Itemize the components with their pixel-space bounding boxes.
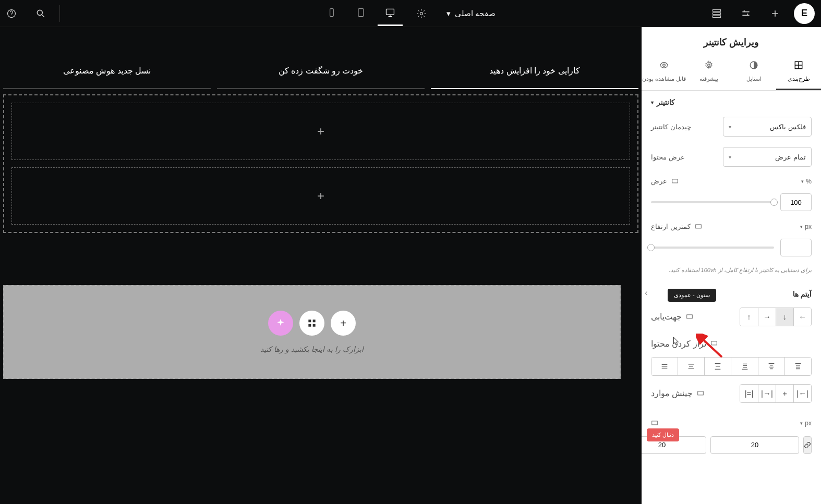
panel-collapse-button[interactable]: › bbox=[642, 282, 651, 303]
svg-point-4 bbox=[37, 10, 42, 15]
inner-container-1[interactable]: + bbox=[11, 103, 630, 160]
search-icon[interactable] bbox=[30, 3, 51, 24]
align-items-buttons: |←| + |→| |=| bbox=[740, 384, 812, 403]
tab-item-1[interactable]: کارایی خود را افزایش دهید bbox=[431, 53, 638, 89]
add-widget-icon[interactable]: + bbox=[317, 189, 324, 203]
direction-label: جهت‌یابی bbox=[651, 312, 693, 322]
container-layout-select[interactable]: فلکس باکس bbox=[723, 117, 812, 137]
tab-visibility-label: قابل مشاهده بودن bbox=[642, 76, 686, 82]
justify-center-button[interactable] bbox=[758, 358, 784, 375]
svg-point-8 bbox=[708, 64, 710, 67]
ai-button[interactable] bbox=[268, 311, 293, 336]
justify-start-button[interactable] bbox=[784, 358, 811, 375]
divider bbox=[59, 5, 60, 22]
align-end-button[interactable]: |→| bbox=[758, 385, 776, 402]
svg-rect-10 bbox=[672, 179, 678, 182]
width-label: عرض bbox=[651, 177, 679, 185]
svg-rect-1 bbox=[386, 9, 394, 15]
device-tablet-button[interactable] bbox=[348, 1, 373, 26]
svg-rect-3 bbox=[330, 9, 334, 17]
minheight-slider[interactable] bbox=[651, 247, 774, 249]
justify-around-button[interactable] bbox=[678, 358, 704, 375]
direction-column-reverse-button[interactable]: ↑ bbox=[740, 308, 758, 326]
device-mobile-button[interactable] bbox=[319, 1, 344, 26]
svg-line-16 bbox=[701, 338, 722, 357]
minheight-hint: برای دستیابی به کانتینر با ارتفاع کامل، … bbox=[642, 263, 821, 282]
justify-end-button[interactable] bbox=[731, 358, 757, 375]
minheight-unit-select[interactable]: px bbox=[800, 223, 812, 230]
svg-rect-12 bbox=[687, 315, 693, 318]
device-desktop-button[interactable] bbox=[378, 1, 403, 26]
editor-canvas: کارایی خود را افزایش دهید خودت رو شگفت ز… bbox=[0, 27, 642, 504]
section-container-toggle[interactable]: کانتینر bbox=[642, 91, 821, 112]
slider-thumb[interactable] bbox=[647, 244, 655, 251]
responsive-icon bbox=[697, 390, 704, 397]
add-widget-icon[interactable]: + bbox=[317, 124, 324, 139]
align-center-button[interactable]: + bbox=[776, 385, 793, 402]
inner-container-2[interactable]: + bbox=[11, 167, 630, 225]
svg-rect-15 bbox=[652, 421, 658, 425]
page-title: صفحه اصلی bbox=[455, 9, 496, 18]
minheight-input[interactable] bbox=[780, 239, 812, 256]
width-input[interactable] bbox=[780, 193, 812, 211]
responsive-icon bbox=[695, 223, 702, 230]
add-section-button[interactable]: + bbox=[331, 311, 356, 336]
tab-item-2[interactable]: خودت رو شگفت زده کن bbox=[217, 53, 425, 89]
tab-item-3[interactable]: نسل جدید هوش مصنوعی bbox=[3, 53, 211, 89]
svg-rect-11 bbox=[695, 224, 701, 228]
svg-rect-2 bbox=[358, 9, 364, 17]
container-layout-label: چیدمان کانتینر bbox=[651, 123, 691, 131]
content-width-select[interactable]: تمام عرض bbox=[723, 147, 812, 167]
direction-row-reverse-button[interactable]: → bbox=[758, 308, 776, 326]
structure-icon[interactable] bbox=[706, 3, 727, 24]
chevron-down-icon: ▾ bbox=[446, 9, 451, 18]
tab-layout[interactable]: طرح‌بندی bbox=[776, 55, 821, 90]
width-slider[interactable] bbox=[651, 201, 774, 203]
width-unit-select[interactable]: % bbox=[801, 178, 812, 185]
responsive-icon bbox=[651, 420, 658, 427]
layout-icon bbox=[794, 60, 803, 72]
tab-advanced[interactable]: پیشرفته bbox=[686, 55, 731, 90]
tab-advanced-label: پیشرفته bbox=[699, 76, 718, 82]
drop-zone[interactable]: + ابزارک را به اینجا بکشید و رها کنید bbox=[3, 285, 621, 379]
content-width-label: عرض محتوا bbox=[651, 153, 685, 161]
direction-row-button[interactable]: ← bbox=[793, 308, 811, 326]
svg-point-9 bbox=[663, 64, 666, 67]
tabs-widget: کارایی خود را افزایش دهید خودت رو شگفت ز… bbox=[0, 53, 642, 89]
tab-visibility[interactable]: قابل مشاهده بودن bbox=[642, 55, 686, 90]
page-settings-icon[interactable] bbox=[411, 3, 432, 24]
watermark-badge: دنبال کنید bbox=[647, 428, 679, 441]
align-start-button[interactable]: |←| bbox=[793, 385, 811, 402]
gap-label bbox=[651, 420, 658, 427]
tab-style[interactable]: استایل bbox=[731, 55, 776, 90]
tab-layout-label: طرح‌بندی bbox=[788, 76, 810, 82]
style-icon bbox=[749, 60, 758, 72]
help-icon[interactable] bbox=[1, 3, 22, 24]
direction-buttons: ← ↓ → ↑ bbox=[740, 308, 812, 326]
selected-container[interactable]: + + bbox=[3, 94, 638, 233]
align-items-label: چینش موارد bbox=[651, 388, 704, 398]
direction-tooltip: ستون - عمودی bbox=[668, 289, 716, 302]
gap-column-input[interactable] bbox=[710, 436, 799, 454]
add-widget-icon[interactable] bbox=[765, 3, 786, 24]
elementor-logo[interactable]: E bbox=[794, 3, 815, 24]
minheight-label: کمترین ارتفاع bbox=[651, 223, 702, 230]
direction-column-button[interactable]: ↓ bbox=[776, 308, 793, 326]
panel-title: ویرایش کانتینر bbox=[642, 27, 821, 55]
justify-between-button[interactable] bbox=[704, 358, 731, 375]
gear-icon bbox=[704, 60, 714, 72]
svg-point-0 bbox=[420, 12, 422, 15]
align-stretch-button[interactable]: |=| bbox=[740, 385, 758, 402]
page-selector[interactable]: صفحه اصلی ▾ bbox=[440, 9, 502, 18]
gap-link-button[interactable] bbox=[803, 436, 812, 454]
gap-unit-select[interactable]: px bbox=[800, 420, 812, 427]
justify-evenly-button[interactable] bbox=[651, 358, 678, 375]
editor-panel: ویرایش کانتینر طرح‌بندی استایل پیشرفته ق… bbox=[642, 27, 821, 504]
eye-icon bbox=[659, 60, 669, 72]
annotation-arrow bbox=[696, 334, 727, 360]
responsive-icon bbox=[671, 178, 679, 185]
template-library-button[interactable] bbox=[299, 311, 324, 336]
site-settings-icon[interactable] bbox=[735, 3, 756, 24]
slider-thumb[interactable] bbox=[770, 199, 778, 206]
drop-text: ابزارک را به اینجا بکشید و رها کنید bbox=[260, 345, 363, 353]
